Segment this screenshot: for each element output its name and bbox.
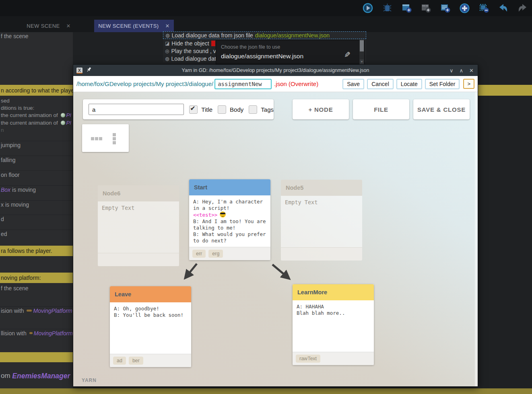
- node-title-bar[interactable]: Node5: [281, 180, 362, 196]
- checkbox-body[interactable]: [218, 105, 226, 114]
- node-tag-bar: errerg: [189, 247, 270, 260]
- more-button[interactable]: >: [463, 79, 474, 89]
- event-row[interactable]: noving platform:: [0, 273, 73, 283]
- cool-face-emoji: [220, 211, 226, 218]
- yarn-node-canvas[interactable]: TitleBodyTags Node6Empty TextStartA: Hey…: [73, 92, 478, 386]
- save---close-button[interactable]: SAVE & CLOSE: [413, 99, 470, 119]
- node-body[interactable]: A: Oh, goodbye!B: You'll be back soon!: [110, 302, 191, 354]
- checkbox-title[interactable]: [189, 105, 198, 114]
- tab-label: NEW SCENE: [27, 23, 60, 29]
- add-external-events-icon[interactable]: [440, 3, 451, 14]
- pin-icon[interactable]: [86, 67, 92, 74]
- add-scene-icon[interactable]: [401, 3, 412, 14]
- --node-button[interactable]: + NODE: [293, 99, 349, 119]
- debug-icon[interactable]: [382, 3, 393, 14]
- node-body[interactable]: Empty Text: [281, 196, 362, 247]
- search-filters: TitleBodyTags: [184, 105, 274, 114]
- event-row[interactable]: sed: [0, 97, 73, 104]
- node-tag-ber[interactable]: ber: [129, 357, 143, 365]
- event-row[interactable]: llision with MovingPlatform: [0, 329, 73, 337]
- event-row[interactable]: [0, 352, 73, 362]
- node-body[interactable]: Empty Text: [98, 201, 179, 253]
- event-row[interactable]: n according to what the playe: [0, 85, 73, 96]
- save-button[interactable]: Save: [342, 79, 364, 89]
- scrollbar-thumb[interactable]: [360, 40, 364, 51]
- event-text: ra follows the player.: [1, 248, 52, 254]
- event-text: om: [1, 372, 12, 380]
- node-title: Node6: [103, 190, 120, 197]
- minimap-node: [113, 137, 116, 140]
- dialogue-node-start[interactable]: StartA: Hey, I'm a character in a script…: [189, 179, 270, 260]
- dialogue-node-learnmore[interactable]: LearnMoreA: HAHAHABlah blah more..rawTex…: [293, 284, 374, 365]
- canvas-scrollbar[interactable]: [475, 92, 478, 386]
- event-row[interactable]: f the scene: [0, 284, 73, 292]
- tab-new-scene-events[interactable]: NEW SCENE (EVENTS) ✕: [94, 20, 174, 32]
- node-title-bar[interactable]: Leave: [110, 286, 191, 302]
- event-row-load-dialogue[interactable]: ◍ Load dialogue data from json file dial…: [163, 31, 366, 39]
- file-path-prefix: /home/fox/GDevelop projects/My project3/…: [76, 80, 213, 87]
- redo-icon[interactable]: [517, 3, 528, 14]
- event-json-link[interactable]: dialogue/assignmentNew.json: [255, 32, 330, 39]
- node-tag-erg[interactable]: erg: [208, 250, 223, 258]
- node-body[interactable]: A: HAHAHABlah blah more..: [293, 300, 374, 352]
- picker-value[interactable]: dialogue/assignmentNew.json: [221, 53, 303, 60]
- node-title: Start: [194, 184, 207, 191]
- filename-input[interactable]: [214, 79, 272, 89]
- deselect-icon[interactable]: [478, 3, 489, 14]
- node-tag-ad[interactable]: ad: [113, 357, 126, 365]
- event-row[interactable]: the current animation of Pl: [0, 111, 73, 119]
- event-row[interactable]: ra follows the player.: [0, 246, 73, 256]
- event-row[interactable]: on floor: [0, 170, 73, 179]
- collapse-icon[interactable]: ∨: [450, 68, 454, 74]
- close-icon[interactable]: ✕: [469, 68, 474, 74]
- event-row[interactable]: x is moving: [0, 200, 73, 208]
- event-row[interactable]: falling: [0, 156, 73, 164]
- minimap-node: [113, 133, 116, 136]
- dialogue-line: A: Oh, goodbye!: [114, 306, 187, 312]
- event-row[interactable]: n: [0, 127, 73, 133]
- locate-button[interactable]: Locate: [396, 79, 422, 89]
- event-row[interactable]: ditions is true:: [0, 104, 73, 111]
- node-title-bar[interactable]: Node6: [98, 185, 179, 201]
- node-body[interactable]: A: Hey, I'm a character in a script!<<te…: [189, 195, 270, 247]
- pencil-icon[interactable]: ✎: [344, 50, 351, 60]
- set-folder-button[interactable]: Set Folder: [425, 79, 460, 89]
- dialogue-node-node6[interactable]: Node6Empty Text: [98, 185, 179, 266]
- node-tag-err[interactable]: err: [192, 250, 206, 258]
- undo-icon[interactable]: [498, 3, 509, 14]
- event-row[interactable]: ed: [0, 230, 73, 238]
- event-row[interactable]: om EnemiesManager: [0, 369, 73, 383]
- events-scrollbar[interactable]: ▾: [359, 39, 364, 64]
- event-text: Pl: [66, 112, 71, 118]
- file-button[interactable]: FILE: [353, 99, 409, 119]
- scrollbar-down-arrow[interactable]: ▾: [360, 60, 364, 64]
- add-external-layout-icon[interactable]: [421, 3, 431, 14]
- event-text: ed: [1, 231, 7, 237]
- tab-close-icon[interactable]: ✕: [165, 23, 169, 29]
- node-tag-rawText[interactable]: rawText: [296, 355, 320, 363]
- event-row[interactable]: d: [0, 215, 73, 223]
- dialogue-node-node5[interactable]: Node5Empty Text: [281, 180, 362, 261]
- event-row[interactable]: jumping: [0, 141, 73, 149]
- event-row[interactable]: Box is moving: [0, 185, 73, 193]
- tab-close-icon[interactable]: ✕: [66, 23, 71, 29]
- node-title-bar[interactable]: LearnMore: [293, 284, 374, 300]
- event-row[interactable]: f the scene: [0, 32, 73, 40]
- tab-new-scene[interactable]: NEW SCENE ✕: [3, 20, 94, 32]
- event-text: EnemiesManager: [12, 372, 70, 380]
- search-input[interactable]: [89, 104, 184, 115]
- add-object-icon[interactable]: [459, 3, 470, 14]
- filter-tags[interactable]: Tags: [249, 105, 274, 114]
- node-title-bar[interactable]: Start: [189, 179, 270, 195]
- event-row[interactable]: the current animation of Pl: [0, 119, 73, 127]
- cancel-button[interactable]: Cancel: [367, 79, 394, 89]
- minimap[interactable]: [82, 124, 129, 152]
- event-row[interactable]: ision with MovingPlatform: [0, 306, 73, 314]
- play-debug-icon[interactable]: [363, 3, 373, 14]
- checkbox-tags[interactable]: [249, 105, 257, 114]
- expand-icon[interactable]: ∧: [460, 68, 464, 74]
- dialogue-node-leave[interactable]: LeaveA: Oh, goodbye!B: You'll be back so…: [110, 286, 191, 367]
- dialog-titlebar[interactable]: X Yarn in GD: /home/fox/GDevelop project…: [73, 65, 478, 76]
- filter-title[interactable]: Title: [189, 105, 212, 114]
- filter-body[interactable]: Body: [218, 105, 243, 114]
